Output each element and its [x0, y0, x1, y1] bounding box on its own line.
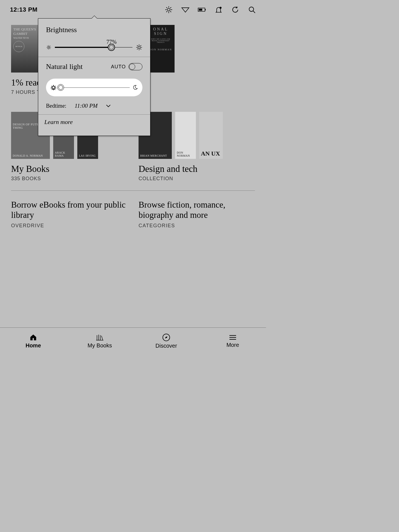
- auto-label: AUTO: [111, 64, 126, 70]
- collection-title[interactable]: Design and tech: [139, 164, 255, 174]
- learn-more-link[interactable]: Learn more: [38, 115, 150, 131]
- warmth-slider[interactable]: [46, 79, 142, 96]
- nav-discover[interactable]: Discover: [133, 328, 200, 355]
- brightness-high-icon: [136, 44, 142, 51]
- collection-covers[interactable]: BRIAN MERCHANT DON NORMAN AN UX: [139, 112, 255, 159]
- nav-more[interactable]: More: [200, 328, 266, 355]
- bedtime-value: 11:00 PM: [75, 102, 98, 109]
- svg-line-39: [137, 45, 138, 46]
- svg-line-31: [50, 48, 50, 49]
- nav-label: Discover: [155, 343, 177, 349]
- svg-line-30: [47, 46, 48, 47]
- cover-text: ONAL: [149, 27, 172, 32]
- nav-label: More: [226, 342, 239, 348]
- svg-line-41: [137, 49, 138, 49]
- books-icon: [95, 334, 104, 341]
- cover-sub: WHY WE LOVE (OR HATE) EVERYDAY THINGS: [149, 38, 172, 43]
- nav-label: My Books: [88, 342, 112, 349]
- menu-icon: [228, 334, 237, 341]
- netflix-badge: NETFLIX: [13, 41, 24, 52]
- brightness-popover: Brightness 77% Natural light AUTO: [38, 18, 150, 136]
- cover-author: BRIAN MERCHANT: [140, 154, 170, 157]
- divider: [11, 190, 255, 191]
- chevron-down-icon: [106, 104, 111, 108]
- svg-marker-21: [165, 336, 167, 339]
- auto-toggle[interactable]: [129, 63, 142, 70]
- svg-line-18: [101, 336, 103, 340]
- my-books-count: 335 BOOKS: [11, 176, 127, 182]
- slider-thumb[interactable]: [108, 44, 115, 51]
- svg-line-42: [140, 45, 141, 46]
- brightness-section: Brightness 77%: [38, 19, 150, 57]
- cover-text: AN UX: [201, 150, 221, 157]
- cover-author: DON NORMAN: [177, 151, 194, 157]
- nav-mybooks[interactable]: My Books: [66, 328, 133, 355]
- natural-light-section: Natural light AUTO Bedtime: 11:00 PM: [38, 57, 150, 114]
- cover-author: ARACK BAMA: [55, 151, 72, 157]
- svg-point-34: [138, 46, 140, 48]
- book-cover[interactable]: ONAL SIGN WHY WE LOVE (OR HATE) EVERYDAY…: [147, 25, 175, 73]
- svg-point-25: [48, 47, 50, 48]
- categories-link[interactable]: Browse fiction, romance, biography and m…: [139, 200, 255, 229]
- home-icon: [29, 334, 37, 341]
- cover-text: SIGN: [149, 32, 172, 36]
- collection-label: COLLECTION: [139, 176, 255, 182]
- slider-track[interactable]: [59, 87, 130, 88]
- bottom-nav: Home My Books Discover More: [0, 327, 266, 355]
- svg-line-32: [47, 48, 48, 49]
- overdrive-link[interactable]: Borrow eBooks from your public library O…: [11, 200, 127, 229]
- categories-title: Browse fiction, romance, biography and m…: [139, 200, 255, 220]
- nav-home[interactable]: Home: [0, 328, 66, 355]
- svg-marker-43: [51, 85, 56, 90]
- book-cover[interactable]: AN UX: [199, 112, 223, 159]
- overdrive-title: Borrow eBooks from your public library: [11, 200, 127, 220]
- cover-author: DONALD A. NORMAN: [13, 154, 48, 157]
- cover-author: LAS IRVING: [79, 154, 96, 157]
- categories-label: CATEGORIES: [139, 223, 255, 229]
- moon-icon: [132, 85, 138, 90]
- brightness-slider[interactable]: 77%: [46, 44, 142, 51]
- compass-icon: [162, 333, 170, 342]
- svg-line-33: [50, 46, 50, 47]
- brightness-heading: Brightness: [46, 26, 142, 34]
- svg-line-40: [140, 49, 141, 49]
- cover-author: DON NORMAN: [149, 48, 172, 51]
- sun-icon: [50, 84, 57, 91]
- svg-point-44: [52, 86, 55, 89]
- book-cover[interactable]: DON NORMAN: [175, 112, 196, 159]
- nav-label: Home: [25, 342, 41, 349]
- slider-thumb[interactable]: [57, 84, 64, 91]
- bedtime-label: Bedtime:: [46, 103, 66, 109]
- my-books-title[interactable]: My Books: [11, 164, 127, 174]
- brightness-low-icon: [46, 45, 52, 50]
- bedtime-row[interactable]: Bedtime: 11:00 PM: [46, 102, 142, 109]
- slider-track[interactable]: 77%: [55, 47, 132, 48]
- slider-fill: [55, 47, 111, 48]
- overdrive-label: OVERDRIVE: [11, 223, 127, 229]
- toggle-knob: [129, 64, 135, 70]
- natural-light-heading: Natural light: [46, 63, 83, 71]
